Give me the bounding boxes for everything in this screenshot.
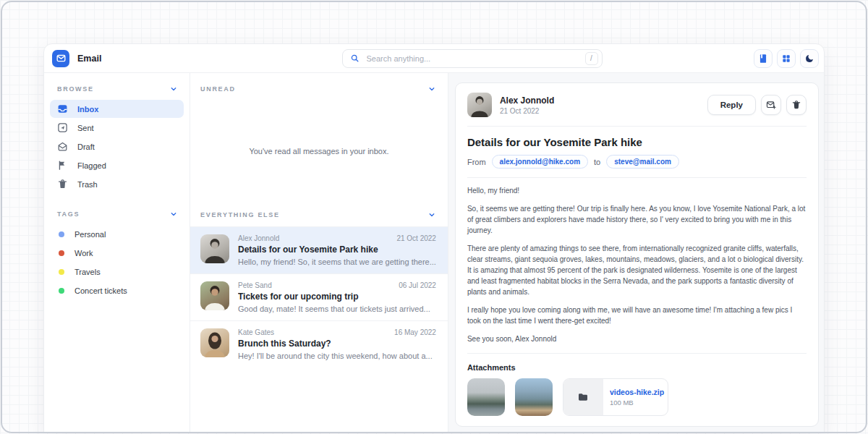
- body-paragraph: I really hope you love coming along with…: [467, 305, 807, 326]
- file-info: videos-hike.zip 100 MB: [603, 379, 668, 415]
- email-meta: Alex Jonnold 21 Oct 2022 Details for our…: [238, 234, 436, 266]
- main-content: BROWSE Inbox Sent Draft Flagge: [44, 73, 824, 432]
- draft-icon: [57, 141, 68, 152]
- email-sender: Pete Sand: [238, 281, 272, 289]
- forward-mail-button[interactable]: [761, 95, 781, 115]
- attachment-file-size: 100 MB: [610, 399, 668, 407]
- tag-item-personal[interactable]: Personal: [50, 225, 184, 244]
- email-meta: Kate Gates 16 May 2022 Brunch this Satur…: [238, 328, 436, 360]
- moon-icon: [804, 54, 814, 64]
- sidebar: BROWSE Inbox Sent Draft Flagge: [44, 73, 190, 432]
- tag-item-travels[interactable]: Travels: [50, 263, 184, 281]
- search-bar[interactable]: /: [342, 49, 603, 68]
- body-paragraph: There are plenty of amazing things to se…: [467, 243, 807, 297]
- sidebar-item-label: Trash: [77, 180, 98, 189]
- email-date: 21 Oct 2022: [396, 234, 435, 242]
- tag-color-dot: [59, 269, 64, 275]
- dark-mode-toggle[interactable]: [800, 49, 819, 68]
- divider: [467, 126, 807, 127]
- browse-section-label: BROWSE: [57, 85, 94, 93]
- attachment-file-name: videos-hike.zip: [610, 388, 668, 396]
- unread-empty-message: You've read all messages in your inbox.: [190, 101, 448, 202]
- app-brand: Email: [44, 50, 190, 67]
- attachment-photo-1[interactable]: [467, 378, 505, 416]
- sidebar-item-sent[interactable]: Sent: [50, 119, 184, 137]
- unread-section-header: UNREAD: [190, 73, 448, 101]
- tag-color-dot: [59, 231, 64, 237]
- sidebar-item-label: Sent: [77, 124, 94, 132]
- avatar: [200, 234, 229, 263]
- reply-button[interactable]: Reply: [707, 95, 756, 115]
- tag-label: Travels: [75, 268, 101, 276]
- tag-color-dot: [59, 250, 64, 256]
- email-preview: Hey! I'll be around the city this weeken…: [238, 352, 436, 360]
- email-preview: Good day, mate! It seems that our ticket…: [238, 305, 436, 313]
- tag-label: Personal: [75, 230, 106, 239]
- apps-grid-button[interactable]: [777, 49, 796, 68]
- email-preview: Hello, my friend! So, it seems that we a…: [238, 258, 436, 266]
- body-paragraph: Hello, my friend!: [467, 185, 807, 196]
- folder-icon: [563, 379, 603, 415]
- detail-subject: Details for our Yosemite Park hike: [467, 136, 807, 148]
- tags-section-label: TAGS: [57, 210, 80, 218]
- to-email-chip[interactable]: steve@mail.com: [606, 155, 679, 169]
- avatar: [200, 328, 229, 357]
- tag-label: Work: [75, 249, 93, 258]
- chevron-down-icon[interactable]: [427, 85, 436, 93]
- attachment-file-card[interactable]: videos-hike.zip 100 MB: [563, 378, 668, 416]
- notebook-button[interactable]: [754, 49, 773, 68]
- from-email-chip[interactable]: alex.jonnold@hike.com: [492, 155, 588, 169]
- email-date: 16 May 2022: [394, 328, 436, 336]
- inbox-icon: [57, 103, 68, 114]
- email-detail-card: Alex Jonnold 21 Oct 2022 Reply Deta: [455, 82, 819, 427]
- email-subject: Tickets for our upcoming trip: [238, 292, 436, 302]
- notebook-icon: [758, 54, 768, 64]
- email-date: 06 Jul 2022: [399, 281, 436, 289]
- email-subject: Details for our Yosemite Park hike: [238, 244, 436, 255]
- sidebar-item-label: Inbox: [77, 105, 98, 114]
- sender-info: Alex Jonnold 21 Oct 2022: [500, 95, 554, 115]
- chevron-down-icon[interactable]: [427, 210, 436, 219]
- tag-label: Concert tickets: [75, 286, 127, 295]
- attachment-photo-2[interactable]: [515, 378, 553, 416]
- email-list-item[interactable]: Pete Sand 06 Jul 2022 Tickets for our up…: [190, 273, 448, 320]
- detail-sender-name: Alex Jonnold: [500, 95, 554, 106]
- body-paragraph: See you soon, Alex Jonnold: [467, 333, 807, 344]
- everything-else-section-label: EVERYTHING ELSE: [200, 211, 280, 218]
- sidebar-item-label: Draft: [77, 142, 95, 151]
- email-subject: Brunch this Saturday?: [238, 339, 436, 349]
- body-paragraph: So, it seems we are getting there! Our t…: [467, 203, 807, 236]
- email-body: Hello, my friend! So, it seems we are ge…: [467, 185, 807, 344]
- tag-color-dot: [59, 288, 64, 294]
- sidebar-item-flagged[interactable]: Flagged: [50, 156, 184, 174]
- divider: [467, 177, 807, 178]
- chevron-down-icon[interactable]: [169, 210, 178, 218]
- avatar: [200, 281, 229, 310]
- detail-date: 21 Oct 2022: [500, 107, 554, 115]
- search-area: /: [190, 49, 754, 68]
- email-logo-icon: [52, 50, 69, 67]
- detail-actions: Reply: [707, 95, 807, 115]
- attachments-label: Attachments: [467, 363, 807, 372]
- sidebar-item-trash[interactable]: Trash: [50, 175, 184, 193]
- browse-section-header: BROWSE: [50, 85, 184, 93]
- everything-else-section-header: EVERYTHING ELSE: [190, 202, 448, 226]
- trash-icon: [791, 100, 801, 110]
- flag-icon: [57, 160, 68, 171]
- search-icon: [350, 54, 359, 63]
- email-list-item[interactable]: Kate Gates 16 May 2022 Brunch this Satur…: [190, 320, 448, 367]
- email-detail-area: Alex Jonnold 21 Oct 2022 Reply Deta: [448, 73, 824, 432]
- sidebar-item-draft[interactable]: Draft: [50, 137, 184, 156]
- app-title: Email: [77, 54, 101, 64]
- mail-plus-icon: [766, 100, 776, 110]
- search-input[interactable]: [365, 54, 579, 64]
- divider: [467, 353, 807, 354]
- chevron-down-icon[interactable]: [169, 85, 178, 93]
- tag-item-concert-tickets[interactable]: Concert tickets: [50, 281, 184, 300]
- sidebar-item-inbox[interactable]: Inbox: [50, 100, 184, 118]
- tag-item-work[interactable]: Work: [50, 244, 184, 263]
- trash-icon: [57, 179, 68, 190]
- email-list-item[interactable]: Alex Jonnold 21 Oct 2022 Details for our…: [190, 226, 448, 273]
- delete-button[interactable]: [786, 95, 807, 115]
- unread-section-label: UNREAD: [200, 85, 236, 93]
